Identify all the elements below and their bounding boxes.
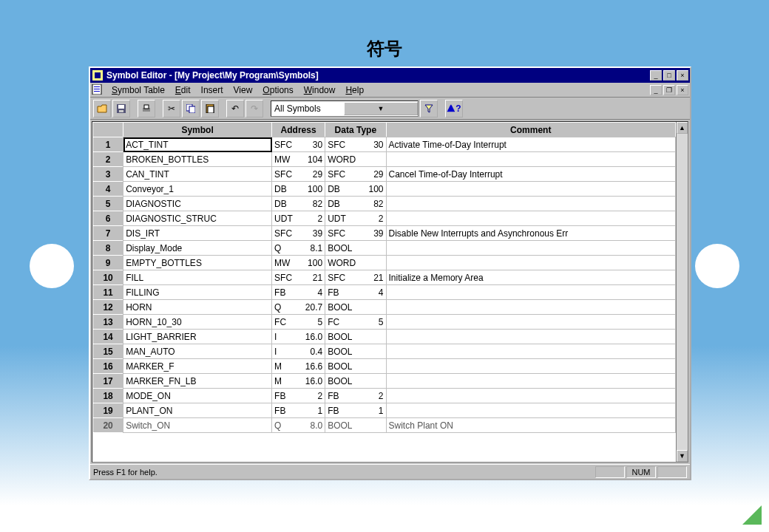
cell-address[interactable]: DB82 [272, 197, 325, 211]
table-row[interactable]: 6DIAGNOSTIC_STRUCUDT2UDT2 [93, 211, 676, 226]
cell-address[interactable]: M16.6 [272, 359, 325, 374]
redo-button[interactable]: ↷ [245, 100, 263, 117]
header-rownum[interactable] [93, 123, 123, 137]
cell-symbol[interactable]: Switch_ON [123, 418, 272, 433]
chevron-down-icon[interactable]: ▼ [344, 102, 418, 115]
cell-symbol[interactable]: MODE_ON [123, 389, 272, 403]
mdi-minimize-button[interactable]: _ [650, 85, 662, 95]
table-row[interactable]: 2BROKEN_BOTTLESMW104WORD [93, 152, 676, 167]
help-pointer-button[interactable]: ⯅? [445, 100, 463, 117]
cell-comment[interactable]: Disable New Interrupts and Asynchronous … [386, 226, 675, 241]
row-number[interactable]: 12 [93, 300, 123, 315]
cell-address[interactable]: SFC21 [272, 270, 325, 285]
cell-comment[interactable] [386, 152, 675, 167]
row-number[interactable]: 20 [93, 418, 123, 433]
cell-datatype[interactable]: WORD [325, 152, 386, 167]
cell-address[interactable]: M16.0 [272, 374, 325, 389]
maximize-button[interactable]: □ [663, 70, 675, 81]
cell-comment[interactable]: Initialize a Memory Area [386, 270, 675, 285]
table-row[interactable]: 14LIGHT_BARRIERI16.0BOOL [93, 330, 676, 344]
cell-symbol[interactable]: DIS_IRT [123, 226, 272, 241]
cell-datatype[interactable]: FB1 [325, 403, 386, 418]
table-row[interactable]: 9EMPTY_BOTTLESMW100WORD [93, 256, 676, 270]
menu-symbol-table[interactable]: Symbol Table [106, 84, 170, 96]
menu-view[interactable]: View [228, 84, 258, 96]
cell-address[interactable]: UDT2 [272, 211, 325, 226]
cell-comment[interactable] [386, 315, 675, 330]
cell-datatype[interactable]: UDT2 [325, 211, 386, 226]
row-number[interactable]: 16 [93, 359, 123, 374]
cell-datatype[interactable]: DB100 [325, 182, 386, 197]
row-number[interactable]: 5 [93, 197, 123, 211]
cell-datatype[interactable]: FB4 [325, 285, 386, 300]
menu-insert[interactable]: Insert [196, 84, 228, 96]
cell-address[interactable]: SFC30 [272, 137, 325, 152]
cell-datatype[interactable]: BOOL [325, 359, 386, 374]
cell-address[interactable]: MW100 [272, 256, 325, 270]
row-number[interactable]: 4 [93, 182, 123, 197]
cell-comment[interactable] [386, 389, 675, 403]
vertical-scrollbar[interactable]: ▲ ▼ [676, 122, 688, 462]
cell-comment[interactable] [386, 285, 675, 300]
mdi-close-button[interactable]: × [677, 85, 688, 95]
table-row[interactable]: 8Display_ModeQ8.1BOOL [93, 241, 676, 256]
cell-comment[interactable] [386, 330, 675, 344]
cell-comment[interactable] [386, 256, 675, 270]
cell-datatype[interactable]: WORD [325, 256, 386, 270]
cell-symbol[interactable]: DIAGNOSTIC_STRUC [123, 211, 272, 226]
row-number[interactable]: 15 [93, 344, 123, 359]
cell-datatype[interactable]: BOOL [325, 300, 386, 315]
row-number[interactable]: 11 [93, 285, 123, 300]
cell-comment[interactable]: Switch Plant ON [386, 418, 675, 433]
cell-datatype[interactable]: BOOL [325, 344, 386, 359]
filter-combo[interactable]: All Symbols ▼ [271, 100, 419, 117]
cell-comment[interactable] [386, 197, 675, 211]
cell-symbol[interactable]: CAN_TINT [123, 167, 272, 182]
cell-symbol[interactable]: HORN [123, 300, 272, 315]
cell-symbol[interactable]: EMPTY_BOTTLES [123, 256, 272, 270]
paste-button[interactable] [201, 100, 219, 117]
table-row[interactable]: 13HORN_10_30FC5FC5 [93, 315, 676, 330]
cell-datatype[interactable]: SFC29 [325, 167, 386, 182]
cell-address[interactable]: FB4 [272, 285, 325, 300]
cell-datatype[interactable]: FC5 [325, 315, 386, 330]
copy-button[interactable] [182, 100, 200, 117]
cell-datatype[interactable]: SFC39 [325, 226, 386, 241]
cell-datatype[interactable]: SFC21 [325, 270, 386, 285]
header-datatype[interactable]: Data Type [325, 123, 386, 137]
cell-symbol[interactable]: MARKER_FN_LB [123, 374, 272, 389]
menu-window[interactable]: Window [299, 84, 341, 96]
cell-address[interactable]: MW104 [272, 152, 325, 167]
cell-datatype[interactable]: BOOL [325, 418, 386, 433]
print-button[interactable] [138, 100, 155, 117]
header-comment[interactable]: Comment [386, 123, 675, 137]
cell-datatype[interactable]: BOOL [325, 330, 386, 344]
cell-address[interactable]: SFC29 [272, 167, 325, 182]
row-number[interactable]: 17 [93, 374, 123, 389]
cell-datatype[interactable]: BOOL [325, 374, 386, 389]
row-number[interactable]: 8 [93, 241, 123, 256]
row-number[interactable]: 7 [93, 226, 123, 241]
cell-comment[interactable]: Activate Time-of-Day Interrupt [386, 137, 675, 152]
header-address[interactable]: Address [272, 123, 325, 137]
cell-address[interactable]: Q20.7 [272, 300, 325, 315]
table-row[interactable]: 3CAN_TINTSFC29SFC29Cancel Time-of-Day In… [93, 167, 676, 182]
cell-symbol[interactable]: PLANT_ON [123, 403, 272, 418]
table-row[interactable]: 17MARKER_FN_LBM16.0BOOL [93, 374, 676, 389]
cell-symbol[interactable]: BROKEN_BOTTLES [123, 152, 272, 167]
cell-datatype[interactable]: DB82 [325, 197, 386, 211]
cell-datatype[interactable]: BOOL [325, 241, 386, 256]
cell-address[interactable]: Q8.0 [272, 418, 325, 433]
cell-comment[interactable] [386, 211, 675, 226]
cell-symbol[interactable]: ACT_TINT [123, 137, 272, 152]
cell-comment[interactable] [386, 241, 675, 256]
cell-symbol[interactable]: HORN_10_30 [123, 315, 272, 330]
cell-comment[interactable] [386, 182, 675, 197]
cell-address[interactable]: I0.4 [272, 344, 325, 359]
row-number[interactable]: 1 [93, 137, 123, 152]
row-number[interactable]: 9 [93, 256, 123, 270]
table-row[interactable]: 20Switch_ONQ8.0BOOLSwitch Plant ON [93, 418, 676, 433]
table-row[interactable]: 4Conveyor_1DB100DB100 [93, 182, 676, 197]
row-number[interactable]: 2 [93, 152, 123, 167]
menu-options[interactable]: Options [257, 84, 298, 96]
